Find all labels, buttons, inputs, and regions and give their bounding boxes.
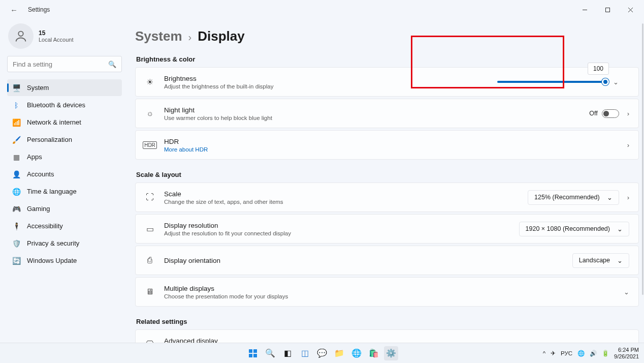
brightness-slider-thumb[interactable] (602, 78, 609, 85)
expand-brightness[interactable]: ⌄ (613, 78, 619, 86)
nav-system[interactable]: 🖥️ System (7, 79, 122, 96)
nav-accessibility[interactable]: 🕴️ Accessibility (7, 218, 122, 234)
tray-battery-icon[interactable]: 🔋 (602, 350, 609, 357)
privacy-icon: 🛡️ (12, 239, 20, 248)
card-sub: Adjust the brightness of the built-in di… (164, 83, 488, 89)
breadcrumb-parent[interactable]: System (135, 28, 182, 44)
search-icon: 🔍 (108, 60, 116, 68)
tray-overflow-icon[interactable]: ^ (543, 350, 545, 356)
store-icon[interactable]: 🛍️ (367, 346, 381, 360)
multiple-displays-icon: 🖥 (145, 287, 155, 296)
nav-bluetooth[interactable]: ᛒ Bluetooth & devices (7, 97, 122, 113)
brightness-icon: ☀ (145, 77, 155, 87)
resolution-select[interactable]: 1920 × 1080 (Recommended) ⌄ (519, 222, 629, 236)
card-advanced-display[interactable]: 🖵 Advanced display Display information, … (135, 329, 639, 343)
maximize-button[interactable] (596, 2, 619, 18)
card-title: Night light (164, 106, 580, 114)
card-sub: Choose the presentation mode for your di… (164, 293, 615, 299)
tray-clock[interactable]: 6:24 PM 9/26/2021 (614, 347, 639, 359)
personalization-icon: 🖌️ (12, 136, 20, 144)
svg-rect-8 (253, 354, 257, 357)
nav-personalization[interactable]: 🖌️ Personalization (7, 131, 122, 148)
card-sub: Use warmer colors to help block blue lig… (164, 115, 580, 121)
svg-rect-7 (249, 354, 252, 357)
card-title: Advanced display (164, 337, 618, 343)
tray-lang[interactable]: РУС (561, 350, 572, 356)
explorer-icon[interactable]: 📁 (332, 346, 346, 360)
taskview-icon[interactable]: ◧ (280, 346, 295, 360)
system-icon: 🖥️ (12, 84, 20, 92)
breadcrumb: System › Display (135, 28, 639, 44)
nav-label: Apps (27, 153, 42, 161)
toggle-state: Off (589, 110, 597, 117)
svg-rect-5 (249, 349, 252, 353)
breadcrumb-sep: › (188, 32, 192, 43)
chevron-right-icon[interactable]: › (627, 110, 629, 117)
night-light-toggle[interactable] (602, 109, 619, 118)
section-brightness-color: Brightness & color (136, 55, 639, 63)
hdr-icon: HDR (145, 141, 155, 149)
card-sub: Change the size of text, apps, and other… (164, 199, 519, 205)
nav-gaming[interactable]: 🎮 Gaming (7, 200, 122, 217)
brightness-slider[interactable]: 100 (497, 81, 606, 83)
nav-label: Privacy & security (27, 239, 79, 247)
nav-privacy[interactable]: 🛡️ Privacy & security (7, 235, 122, 252)
breadcrumb-current: Display (198, 28, 245, 44)
tray-location-icon[interactable]: ✈ (551, 350, 556, 357)
nav-time-language[interactable]: 🌐 Time & language (7, 183, 122, 200)
section-scale-layout: Scale & layout (136, 171, 639, 178)
account-block[interactable]: 15 Local Account (7, 23, 122, 56)
expand-multiple-displays[interactable]: ⌄ (624, 288, 629, 296)
card-resolution[interactable]: ▭ Display resolution Adjust the resoluti… (135, 214, 639, 244)
account-name: 15 (39, 29, 74, 37)
nav-label: Accounts (27, 170, 54, 178)
nav-label: Network & internet (27, 118, 81, 126)
close-button[interactable] (619, 2, 642, 18)
svg-rect-1 (606, 8, 610, 12)
card-orientation[interactable]: ⎙ Display orientation Landscape ⌄ (135, 246, 639, 275)
card-hdr[interactable]: HDR HDR More about HDR › (135, 130, 639, 160)
back-button[interactable]: ← (7, 5, 21, 15)
card-brightness[interactable]: ☀ Brightness Adjust the brightness of th… (135, 67, 639, 97)
section-related: Related settings (136, 318, 639, 325)
card-night-light[interactable]: ☼ Night light Use warmer colors to help … (135, 99, 639, 128)
chat-icon[interactable]: 💬 (315, 346, 329, 360)
nav-label: Personalization (27, 136, 72, 143)
card-multiple-displays[interactable]: 🖥 Multiple displays Choose the presentat… (135, 277, 639, 307)
minimize-button[interactable] (573, 2, 596, 18)
accessibility-icon: 🕴️ (12, 222, 20, 230)
nav-label: System (27, 84, 49, 92)
card-title: HDR (164, 138, 618, 145)
orientation-select[interactable]: Landscape ⌄ (572, 253, 629, 268)
edge-icon[interactable]: 🌐 (349, 346, 364, 360)
nav-windows-update[interactable]: 🔄 Windows Update (7, 252, 122, 269)
nav-accounts[interactable]: 👤 Accounts (7, 166, 122, 183)
search-input[interactable] (13, 60, 104, 68)
settings-taskbar-icon[interactable]: ⚙️ (384, 346, 398, 360)
night-light-icon: ☼ (145, 109, 155, 118)
card-title: Brightness (164, 75, 488, 82)
chevron-right-icon[interactable]: › (627, 194, 629, 201)
nav-apps[interactable]: ▦ Apps (7, 148, 122, 165)
time-language-icon: 🌐 (12, 188, 20, 196)
resolution-value: 1920 × 1080 (Recommended) (526, 225, 610, 232)
taskbar: 🔍 ◧ ◫ 💬 📁 🌐 🛍️ ⚙️ ^ ✈ РУС 🌐 🔊 🔋 6:24 PM … (0, 343, 644, 363)
scale-select[interactable]: 125% (Recommended) ⌄ (528, 190, 619, 205)
hdr-link[interactable]: More about HDR (164, 146, 618, 153)
search-taskbar-icon[interactable]: 🔍 (263, 346, 277, 360)
tray-network-icon[interactable]: 🌐 (577, 350, 585, 357)
card-scale[interactable]: ⛶ Scale Change the size of text, apps, a… (135, 183, 639, 212)
widgets-icon[interactable]: ◫ (298, 346, 312, 360)
update-icon: 🔄 (12, 257, 20, 265)
tray-volume-icon[interactable]: 🔊 (590, 350, 597, 357)
bluetooth-icon: ᛒ (12, 101, 20, 109)
apps-icon: ▦ (12, 153, 20, 161)
search-input-box[interactable]: 🔍 (7, 56, 122, 72)
scrollbar[interactable] (642, 23, 643, 295)
start-button[interactable] (246, 346, 260, 360)
chevron-down-icon: ⌄ (617, 225, 623, 233)
account-sub: Local Account (39, 37, 74, 43)
chevron-right-icon[interactable]: › (627, 141, 629, 149)
nav-network[interactable]: 📶 Network & internet (7, 114, 122, 131)
nav-label: Bluetooth & devices (27, 101, 85, 109)
